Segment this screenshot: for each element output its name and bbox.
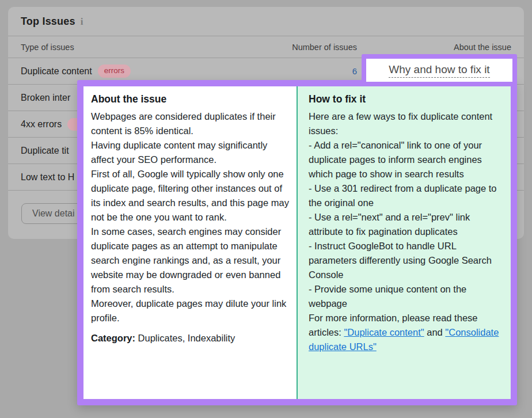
- view-details-button[interactable]: View detai: [21, 203, 86, 224]
- issue-info-popup: About the issue Webpages are considered …: [77, 80, 517, 405]
- why-link-box: Why and how to fix it: [366, 59, 512, 82]
- column-number-of-issues: Number of issues: [292, 43, 357, 52]
- panel-title: Top Issues: [21, 16, 75, 28]
- links-connector: and: [424, 327, 446, 337]
- about-the-issue-pane: About the issue Webpages are considered …: [83, 86, 297, 399]
- info-icon[interactable]: i: [81, 17, 83, 26]
- fix-body-main: Here are a few ways to fix duplicate con…: [309, 111, 497, 337]
- column-type-of-issues: Type of issues: [21, 43, 74, 52]
- issue-label: Duplicate tit: [21, 146, 69, 156]
- issue-label: 4xx errors: [21, 119, 62, 130]
- issue-label: Broken inter: [21, 93, 70, 103]
- category-line: Category: Duplicates, Indexability: [91, 333, 291, 344]
- how-to-fix-pane: How to fix it Here are a few ways to fix…: [297, 86, 511, 399]
- errors-badge: errors: [98, 64, 131, 77]
- why-link-highlight-frame: Why and how to fix it: [362, 54, 517, 86]
- issue-label: Duplicate content: [21, 66, 92, 77]
- panel-header: Top Issues i: [8, 7, 524, 36]
- why-and-how-to-fix-link[interactable]: Why and how to fix it: [389, 63, 489, 78]
- category-label: Category:: [91, 333, 135, 343]
- about-heading: About the issue: [91, 93, 291, 105]
- duplicate-content-article-link[interactable]: "Duplicate content": [344, 327, 424, 337]
- column-about-the-issue: About the issue: [454, 43, 511, 52]
- issue-label: Low text to H: [21, 172, 74, 183]
- fix-body-text: Here are a few ways to fix duplicate con…: [309, 109, 507, 354]
- category-value: Duplicates, Indexability: [135, 333, 235, 343]
- issue-count[interactable]: 6: [352, 66, 357, 76]
- about-body-text: Webpages are considered duplicates if th…: [91, 109, 291, 325]
- fix-heading: How to fix it: [309, 93, 507, 105]
